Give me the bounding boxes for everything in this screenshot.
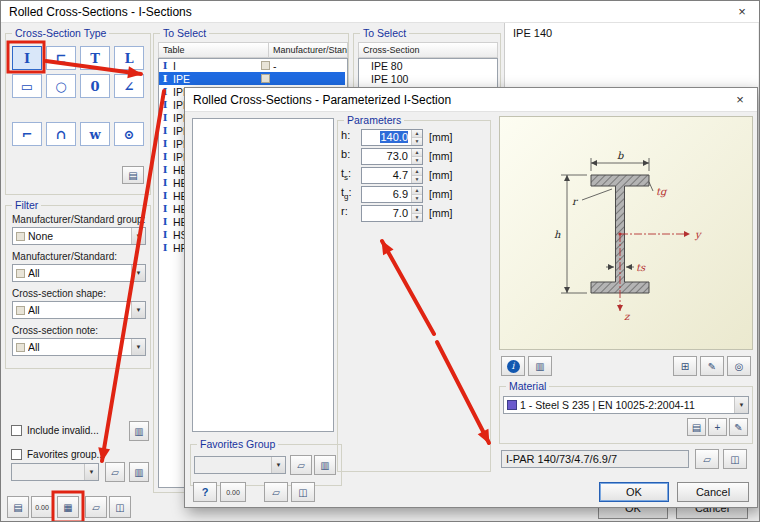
parameter-row-r: r: 7.0▲▼ [mm] (341, 204, 489, 222)
type-more-button[interactable]: ▤ (122, 166, 144, 184)
type-pipe-section-button[interactable]: ○ (46, 74, 76, 98)
type-round-bar-button[interactable]: 0 (80, 74, 110, 98)
stress-points-button[interactable]: ⊞ (673, 356, 697, 376)
type-channel-section-button[interactable]: ⊏ (46, 46, 76, 70)
param-b-input[interactable]: 73.0▲▼ (361, 148, 423, 165)
spin-down-icon[interactable]: ▼ (412, 157, 422, 164)
units-button[interactable]: 0.00 (31, 496, 53, 518)
save-button[interactable]: ◫ (109, 496, 131, 518)
i-beam-icon: I (159, 125, 171, 136)
z-section-icon: ⌐ (22, 127, 33, 142)
spin-down-icon[interactable]: ▼ (412, 176, 422, 183)
type-t-section-button[interactable]: T (80, 46, 110, 70)
favorites-list[interactable] (192, 118, 334, 432)
type-hat-section-button[interactable]: ∩ (46, 122, 76, 146)
help-button[interactable]: ? (193, 482, 217, 502)
spin-down-icon[interactable]: ▼ (412, 138, 422, 145)
section-name-field[interactable]: I-PAR 140/73/4.7/6.9/7 (501, 450, 689, 468)
section-row[interactable]: IPE 100 (359, 72, 497, 85)
spin-up-icon[interactable]: ▲ (412, 168, 422, 176)
favorites-group-combo[interactable]: ▼ (194, 456, 286, 474)
library-icon: ▤ (692, 422, 701, 433)
include-invalid-checkbox[interactable] (11, 425, 22, 436)
type-solid-round-button[interactable]: ⊙ (114, 122, 144, 146)
favorites-settings-button[interactable]: ▥ (129, 462, 149, 482)
import-section-button[interactable]: ▥ (528, 356, 552, 376)
param-b-label: b: (341, 148, 361, 163)
help-icon: ? (202, 486, 209, 498)
save-section-button[interactable]: ◫ (723, 449, 747, 469)
favorites-settings-button[interactable]: ▥ (314, 455, 336, 475)
print-button[interactable]: ▤ (7, 496, 29, 518)
column-header-standard[interactable]: Manufacturer/Standard (268, 42, 348, 58)
open-section-button[interactable]: ▱ (695, 449, 719, 469)
spin-up-icon[interactable]: ▲ (412, 149, 422, 157)
type-corrugated-section-button[interactable]: w (80, 122, 110, 146)
spin-up-icon[interactable]: ▲ (412, 206, 422, 214)
column-header-cross-section[interactable]: Cross-Section (358, 42, 498, 58)
standard-group-label: Manufacturer/Standard group: (12, 214, 145, 225)
dim-h-label: h (554, 229, 561, 240)
save-button[interactable]: ◫ (291, 482, 315, 502)
param-r-input[interactable]: 7.0▲▼ (361, 205, 423, 222)
ok-button[interactable]: OK (599, 482, 669, 502)
main-close-icon[interactable]: × (733, 4, 751, 19)
param-ts-stepper[interactable]: ▲▼ (411, 168, 422, 183)
material-swatch (507, 400, 517, 410)
note-combo[interactable]: All ▼ (12, 338, 146, 356)
table-row-selected[interactable]: I IPE (159, 72, 345, 85)
i-beam-icon: I (159, 99, 171, 110)
open-button[interactable]: ▱ (264, 482, 288, 502)
table-row[interactable]: I I - (159, 59, 345, 72)
spin-down-icon[interactable]: ▼ (412, 214, 422, 221)
invalid-settings-button[interactable]: ▥ (129, 421, 149, 441)
i-section-icon: I (24, 51, 30, 66)
dialog-close-icon[interactable]: × (731, 92, 749, 107)
param-tg-stepper[interactable]: ▲▼ (411, 187, 422, 202)
favorites-group-combo[interactable]: ▼ (11, 463, 99, 481)
open-button[interactable]: ▱ (85, 496, 107, 518)
open-folder-icon: ▱ (92, 502, 100, 513)
parameterized-section-button[interactable]: ▦ (57, 496, 79, 518)
section-row[interactable]: IPE 80 (359, 59, 497, 72)
chevron-down-icon: ▼ (84, 464, 98, 480)
material-library-button[interactable]: ▤ (687, 418, 706, 436)
type-z-section-button[interactable]: ⌐ (12, 122, 42, 146)
param-ts-input[interactable]: 4.7▲▼ (361, 167, 423, 184)
standard-label: Manufacturer/Standard: (12, 251, 117, 262)
spin-down-icon[interactable]: ▼ (412, 195, 422, 202)
new-material-button[interactable]: + (708, 418, 727, 436)
favorites-group-checkbox[interactable] (11, 449, 22, 460)
shape-combo[interactable]: All ▼ (12, 301, 146, 319)
column-header-table[interactable]: Table (158, 42, 269, 58)
info-button[interactable]: i (501, 356, 525, 376)
type-i-section-button[interactable]: I (12, 46, 42, 70)
preset-icon (16, 232, 25, 241)
param-b-stepper[interactable]: ▲▼ (411, 149, 422, 164)
zoom-button[interactable]: ◎ (727, 356, 751, 376)
type-angle-section-button[interactable]: L (114, 46, 144, 70)
i-beam-icon: I (159, 112, 171, 123)
param-tg-input[interactable]: 6.9▲▼ (361, 186, 423, 203)
i-beam-icon: I (159, 138, 171, 149)
type-box-section-button[interactable]: ▭ (12, 74, 42, 98)
new-favorites-group-button[interactable]: ▱ (290, 455, 312, 475)
new-favorites-group-button[interactable]: ▱ (105, 462, 125, 482)
parameter-row-b: b: 73.0▲▼ [mm] (341, 147, 489, 165)
spin-up-icon[interactable]: ▲ (412, 130, 422, 138)
param-h-stepper[interactable]: ▲▼ (411, 130, 422, 145)
dimension-lines-button[interactable]: ✎ (700, 356, 724, 376)
standard-icon (261, 74, 270, 83)
standard-group-combo[interactable]: None ▼ (12, 227, 146, 245)
material-combo[interactable]: 1 - Steel S 235 | EN 10025-2:2004-11 ▼ (503, 396, 749, 414)
type-zigzag-section-button[interactable]: ∠ (114, 74, 144, 98)
param-r-stepper[interactable]: ▲▼ (411, 206, 422, 221)
param-h-input[interactable]: 140.0▲▼ (361, 129, 423, 146)
param-h-unit: [mm] (429, 131, 452, 143)
units-button[interactable]: 0.00 (220, 482, 246, 502)
standard-combo[interactable]: All ▼ (12, 264, 146, 282)
edit-material-button[interactable]: ✎ (729, 418, 748, 436)
spin-up-icon[interactable]: ▲ (412, 187, 422, 195)
section-axes (620, 234, 690, 311)
cancel-button[interactable]: Cancel (677, 482, 749, 502)
